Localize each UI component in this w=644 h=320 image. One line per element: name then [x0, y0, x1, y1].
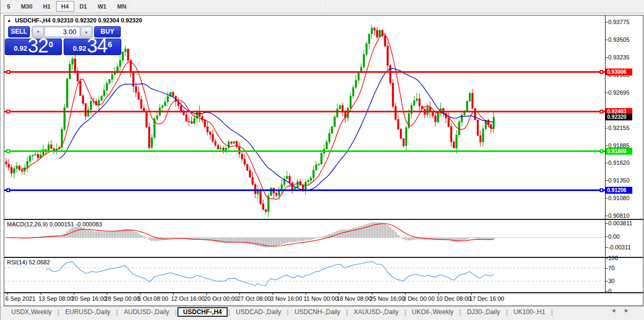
chart-tab-dj30-daily[interactable]: DJ30-,Daily: [462, 308, 506, 316]
support-line-blue-right-anchor[interactable]: [600, 188, 603, 192]
timeframe-button-W1[interactable]: W1: [92, 1, 112, 12]
volume-input[interactable]: [44, 27, 80, 37]
resistance-line-upper-right-anchor[interactable]: [600, 70, 603, 74]
timeframe-button-M30[interactable]: M30: [15, 1, 37, 12]
date-tick: [107, 293, 107, 295]
price-tick-dash: [605, 216, 608, 216]
support-line-green-price-badge: 0.91800: [606, 148, 632, 155]
date-tick: [471, 293, 472, 295]
date-label: 11 Nov 00:00: [304, 295, 338, 302]
toolbar-separator: [134, 2, 134, 11]
date-tick: [273, 293, 273, 295]
macd-tick-label: 0.00: [608, 233, 619, 240]
date-tick: [7, 293, 8, 295]
tab-scroll-right-icon[interactable]: ▶: [625, 308, 638, 313]
ohlc-open: 0.92310: [52, 17, 74, 24]
support-line-blue-left-anchor[interactable]: [6, 188, 10, 192]
chart-tab-bar: USDX,Weekly|EURUSD-,Daily|AUDUSD-,Daily|…: [1, 306, 644, 317]
date-label: 18 Nov 08:00: [337, 295, 371, 302]
chart-symbol: USDCHF-,H4: [15, 17, 51, 24]
sell-button[interactable]: SELL: [8, 26, 30, 37]
price-tick-dash: [605, 163, 608, 163]
rsi-tick-label: 0: [608, 288, 611, 294]
date-tick: [239, 293, 240, 295]
timeframe-button-MN[interactable]: MN: [112, 1, 131, 12]
timeframe-button-5[interactable]: 5: [2, 1, 15, 12]
rsi-value: 52.0682: [29, 259, 50, 265]
resistance-line-upper[interactable]: [4, 71, 605, 73]
date-tick: [306, 293, 306, 295]
macd-label: MACD(12,26,9) 0.000151 -0.000083: [7, 221, 102, 227]
timeframe-button-H1[interactable]: H1: [38, 1, 56, 12]
resistance-line-lower-left-anchor[interactable]: [6, 110, 10, 113]
price-tick-dash: [605, 40, 608, 40]
status-bar: [1, 317, 644, 320]
price-tick-label: 0.92155: [608, 125, 630, 131]
chart-tab-usdx-weekly[interactable]: USDX,Weekly: [6, 308, 57, 316]
buy-price-tile[interactable]: 0.92 34 6: [64, 39, 121, 55]
date-tick: [140, 293, 141, 295]
date-label: 3 Dec 00:00: [403, 295, 434, 302]
chart-tab-ukoil-weekly[interactable]: UKOil-,Weekly: [407, 308, 459, 316]
price-tick-dash: [605, 198, 608, 199]
macd-tick-dash: [605, 247, 608, 248]
chart-tab-uk100-h1[interactable]: UK100-,H1: [508, 308, 550, 316]
chart-tab-xauusd-daily[interactable]: XAUUSD-,Daily: [348, 308, 404, 316]
chart-tab-audusd-daily[interactable]: AUDUSD-,Daily: [119, 308, 175, 316]
macd-value-main: 0.000151: [49, 221, 74, 227]
sell-price-prefix: 0.92: [14, 44, 27, 52]
ohlc-close: 0.92320: [121, 17, 142, 24]
current-price-badge: 0.92320: [606, 113, 632, 120]
date-tick: [339, 293, 339, 295]
ma-fast-line: [22, 34, 493, 200]
chart-window: 0.937750.935050.932350.929650.926950.924…: [4, 15, 643, 306]
chart-tab-usdcnh-daily[interactable]: USDCNH-,Daily: [289, 308, 345, 316]
date-tick: [74, 293, 74, 295]
sell-price-big: 32: [28, 38, 48, 54]
date-label: 27 Oct 08:00: [237, 295, 271, 302]
macd-tick-dash: [605, 223, 608, 224]
date-label: 28 Sep 00:00: [105, 295, 139, 302]
price-tick-dash: [605, 93, 608, 93]
rsi-tick-label: 100: [608, 255, 618, 261]
resistance-line-upper-left-anchor[interactable]: [6, 70, 10, 74]
macd-tick-label: 0.003811: [608, 220, 632, 226]
rsi-line: [46, 262, 494, 285]
rsi-tick-label: 30: [608, 278, 615, 284]
support-line-green-right-anchor[interactable]: [600, 149, 603, 153]
resistance-line-lower[interactable]: [4, 111, 605, 112]
date-label: 20 Oct 00:00: [204, 295, 238, 302]
timeframe-button-H4[interactable]: H4: [56, 1, 74, 12]
price-tick-label: 0.93775: [608, 19, 630, 25]
buy-price-prefix: 0.92: [73, 44, 86, 52]
timeframe-button-D1[interactable]: D1: [74, 1, 92, 12]
price-tick-dash: [605, 128, 608, 128]
one-click-trading-panel: SELL ▼ ▲ BUY 0.92 32 0 0.92 34 6: [5, 25, 123, 56]
support-line-green-left-anchor[interactable]: [6, 149, 10, 153]
price-tick-label: 0.92695: [608, 89, 630, 96]
rsi-label: RSI(14) 52.0682: [7, 259, 50, 265]
sell-price-tile[interactable]: 0.92 32 0: [5, 39, 62, 55]
support-line-blue[interactable]: [4, 189, 605, 191]
date-label: 3 Nov 16:00: [270, 295, 302, 302]
price-tick-label: 0.93235: [608, 54, 630, 60]
support-line-green[interactable]: [4, 150, 605, 152]
ohlc-high: 0.92320: [75, 17, 97, 24]
date-label: 25 Nov 16:00: [370, 295, 405, 302]
resistance-line-lower-right-anchor[interactable]: [600, 110, 603, 113]
chart-tab-eurusd-daily[interactable]: EURUSD-,Daily: [60, 308, 116, 316]
rsi-chart[interactable]: [4, 258, 605, 292]
price-tick-label: 0.93505: [608, 36, 630, 43]
chart-tab-usdcad-daily[interactable]: USDCAD-,Daily: [230, 308, 286, 316]
rsi-tick-dash: [605, 268, 608, 269]
support-line-blue-price-badge: 0.91206: [606, 187, 632, 194]
rsi-pane[interactable]: [4, 258, 643, 293]
tab-scroll-left-icon[interactable]: ◀: [611, 308, 625, 313]
date-tick: [438, 293, 439, 295]
chart-tab-usdchf-h4[interactable]: USDCHF-,H4: [177, 307, 228, 317]
macd-tick-dash: [605, 237, 608, 237]
tab-separator: |: [550, 308, 553, 316]
date-label: 10 Dec 08:00: [436, 295, 471, 302]
price-tick-dash: [605, 180, 608, 181]
resistance-line-upper-price-badge: 0.93006: [606, 68, 632, 75]
